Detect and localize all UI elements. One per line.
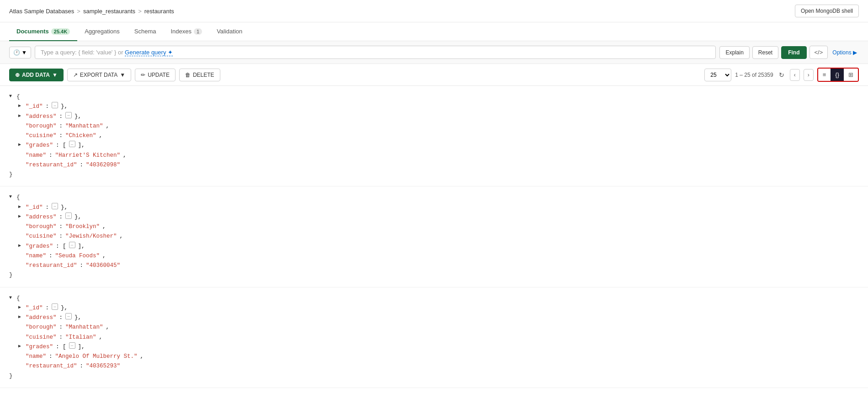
action-right-group: 25 50 100 1 – 25 of 25359 ↻ ‹ › ≡ {} ⊞ — [704, 68, 859, 82]
prev-page-button[interactable]: ‹ — [790, 69, 800, 81]
tab-aggregations-label: Aggregations — [85, 28, 120, 35]
doc2-grades-expand[interactable]: ▶ — [18, 242, 23, 250]
view-json-button[interactable]: {} — [831, 69, 844, 81]
view-table-button[interactable]: ⊞ — [844, 69, 858, 81]
document-3: ▼ { ▶ "_id": …}, ▶ "address": …}, "borou… — [0, 287, 868, 388]
query-history-button[interactable]: 🕐 ▼ — [9, 47, 31, 58]
tab-documents[interactable]: Documents 25.4K — [9, 22, 77, 41]
doc2-open: ▼ { — [9, 193, 859, 202]
update-button[interactable]: ✏ UPDATE — [135, 69, 176, 81]
doc3-address-expand[interactable]: ▶ — [18, 313, 23, 321]
tab-indexes[interactable]: Indexes 1 — [163, 22, 209, 41]
clock-dropdown-icon: ▼ — [21, 49, 27, 56]
doc3-address-icon[interactable]: … — [65, 313, 72, 319]
add-data-dropdown-icon: ▼ — [52, 72, 58, 78]
breadcrumb-sep1: > — [77, 8, 80, 15]
doc2-field-borough: "borough": "Brooklyn", — [9, 222, 859, 232]
options-button[interactable]: Options ▶ — [831, 47, 859, 58]
action-left-group: ⊕ ADD DATA ▼ ↗ EXPORT DATA ▼ ✏ UPDATE 🗑 … — [9, 69, 220, 81]
query-placeholder-text: Type a query: { field: 'value' } or — [41, 49, 125, 56]
doc1-field-borough: "borough": "Manhattan", — [9, 122, 859, 131]
tab-schema-label: Schema — [134, 28, 156, 35]
doc2-collapse-arrow[interactable]: ▼ — [9, 193, 14, 201]
doc1-grades-expand[interactable]: ▶ — [18, 141, 23, 149]
pencil-icon: ✏ — [141, 72, 145, 78]
open-mongodb-shell-button[interactable]: Open MongoDB shell — [795, 5, 859, 17]
doc3-grades-expand[interactable]: ▶ — [18, 342, 23, 350]
query-actions: Explain Reset Find </> Options ▶ — [719, 46, 859, 59]
doc2-grades-icon[interactable]: … — [69, 242, 75, 248]
doc3-field-restaurant-id: "restaurant_id": "40365293" — [9, 362, 859, 371]
grades-expand-icon[interactable]: … — [69, 141, 75, 147]
doc2-id-expand[interactable]: ▶ — [18, 203, 23, 211]
doc3-field-id: ▶ "_id": …}, — [9, 303, 859, 313]
doc3-id-icon[interactable]: … — [52, 303, 58, 310]
tab-aggregations[interactable]: Aggregations — [77, 22, 127, 41]
view-list-button[interactable]: ≡ — [818, 69, 831, 81]
export-icon: ↗ — [73, 72, 78, 78]
tab-schema[interactable]: Schema — [127, 22, 164, 41]
tab-validation[interactable]: Validation — [209, 22, 250, 41]
doc1-close: } — [9, 170, 859, 180]
document-1: ▼ { ▶ "_id": …}, ▶ "address": …}, "borou… — [0, 86, 868, 186]
clock-icon: 🕐 — [13, 49, 20, 56]
breadcrumb-sep2: > — [138, 8, 142, 15]
query-bar: 🕐 ▼ Type a query: { field: 'value' } or … — [0, 41, 868, 64]
tab-indexes-badge: 1 — [194, 28, 202, 35]
query-input-area[interactable]: Type a query: { field: 'value' } or Gene… — [35, 46, 716, 59]
delete-button[interactable]: 🗑 DELETE — [179, 69, 220, 81]
reset-button[interactable]: Reset — [752, 46, 778, 59]
generate-query-link[interactable]: Generate query ✦ — [125, 49, 173, 56]
list-icon: ≡ — [823, 71, 826, 78]
doc3-open: ▼ { — [9, 294, 859, 303]
view-toggle-group: ≡ {} ⊞ — [817, 68, 859, 82]
documents-area: ▼ { ▶ "_id": …}, ▶ "address": …}, "borou… — [0, 86, 868, 388]
doc3-grades-icon[interactable]: … — [69, 342, 75, 349]
doc1-field-address: ▶ "address": …}, — [9, 112, 859, 122]
doc1-collapse-arrow[interactable]: ▼ — [9, 92, 14, 100]
doc1-field-id: ▶ "_id": …}, — [9, 102, 859, 112]
update-label: UPDATE — [148, 72, 170, 78]
doc3-field-grades: ▶ "grades": […], — [9, 342, 859, 352]
doc2-close: } — [9, 271, 859, 280]
doc1-field-name: "name": "Harriet'S Kitchen", — [9, 151, 859, 160]
trash-icon: 🗑 — [185, 72, 191, 78]
table-icon: ⊞ — [848, 71, 853, 78]
doc3-field-borough: "borough": "Manhattan", — [9, 323, 859, 332]
doc3-id-expand[interactable]: ▶ — [18, 303, 23, 311]
doc2-address-icon[interactable]: … — [65, 213, 72, 219]
doc3-collapse-arrow[interactable]: ▼ — [9, 294, 14, 302]
breadcrumb-part1[interactable]: Atlas Sample Databases — [9, 8, 74, 15]
top-bar: Atlas Sample Databases > sample_restaura… — [0, 0, 868, 22]
doc3-field-name: "name": "Angelo Of Mulberry St.", — [9, 352, 859, 362]
doc1-field-cuisine: "cuisine": "Chicken", — [9, 131, 859, 141]
find-button[interactable]: Find — [781, 46, 806, 59]
doc2-field-name: "name": "Seuda Foods", — [9, 251, 859, 261]
document-2: ▼ { ▶ "_id": …}, ▶ "address": …}, "borou… — [0, 186, 868, 287]
breadcrumb-part3[interactable]: restaurants — [144, 8, 174, 15]
breadcrumb-part2[interactable]: sample_restaurants — [83, 8, 135, 15]
doc2-field-restaurant-id: "restaurant_id": "40360045" — [9, 261, 859, 271]
doc3-field-address: ▶ "address": …}, — [9, 313, 859, 323]
page-size-select[interactable]: 25 50 100 — [704, 69, 731, 81]
doc2-field-address: ▶ "address": …}, — [9, 213, 859, 222]
tab-documents-badge: 25.4K — [51, 28, 70, 35]
doc3-close: } — [9, 372, 859, 381]
doc1-field-grades: ▶ "grades": […], — [9, 141, 859, 150]
add-data-button[interactable]: ⊕ ADD DATA ▼ — [9, 69, 64, 81]
export-data-button[interactable]: ↗ EXPORT DATA ▼ — [67, 69, 131, 81]
doc1-id-expand[interactable]: ▶ — [18, 102, 23, 110]
add-data-label: ADD DATA — [22, 72, 50, 78]
next-page-button[interactable]: › — [804, 69, 814, 81]
refresh-button[interactable]: ↻ — [777, 69, 786, 80]
doc1-open: ▼ { — [9, 92, 859, 102]
code-view-button[interactable]: </> — [809, 46, 828, 59]
doc2-address-expand[interactable]: ▶ — [18, 213, 23, 220]
address-expand-icon[interactable]: … — [65, 112, 72, 118]
doc2-id-icon[interactable]: … — [52, 203, 58, 209]
explain-button[interactable]: Explain — [719, 46, 749, 59]
action-bar: ⊕ ADD DATA ▼ ↗ EXPORT DATA ▼ ✏ UPDATE 🗑 … — [0, 64, 868, 86]
id-expand-icon[interactable]: … — [52, 102, 58, 108]
export-data-label: EXPORT DATA — [80, 72, 117, 78]
doc1-address-expand[interactable]: ▶ — [18, 112, 23, 120]
